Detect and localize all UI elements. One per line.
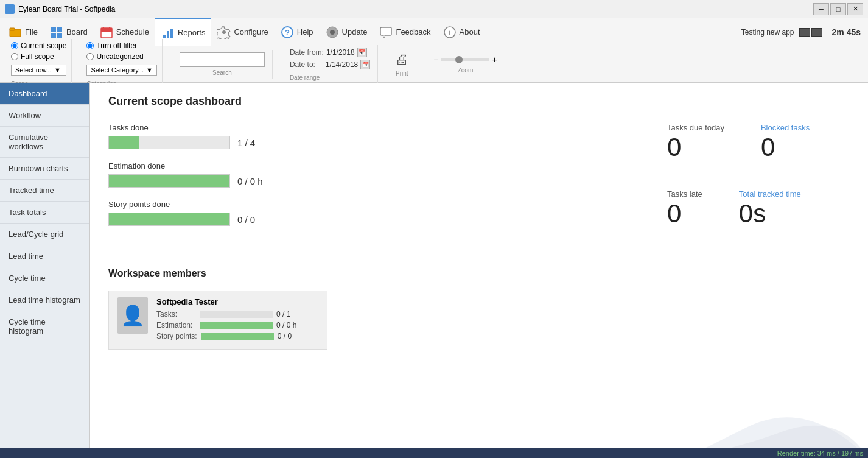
menu-configure-label: Configure — [234, 27, 268, 37]
main-layout: Dashboard Workflow Cumulative workflows … — [0, 83, 868, 458]
category-turn-off[interactable]: Turn off filter — [86, 41, 157, 50]
date-to-value: 1/14/2018 — [326, 60, 358, 69]
render-time: Render time: 34 ms / 197 ms — [777, 449, 863, 457]
scope-dropdown[interactable]: Select row... ▼ — [11, 65, 66, 76]
print-section[interactable]: 🖨 Print — [388, 49, 416, 79]
zoom-minus-icon[interactable]: − — [433, 55, 438, 65]
menu-feedback-label: Feedback — [396, 27, 430, 37]
member-card: 👤 Softpedia Tester Tasks: 0 / 1 Estimati… — [108, 291, 327, 350]
date-from-label: Date from: — [290, 48, 324, 57]
date-to-picker[interactable]: 📅 — [360, 60, 370, 69]
tasks-due-today-value: 0 — [667, 135, 724, 160]
category-dropdown-label: Select Category... — [91, 66, 144, 74]
sidebar-item-lead-cycle[interactable]: Lead/Cycle grid — [0, 224, 89, 245]
scope-current-radio[interactable] — [11, 42, 18, 49]
dashboard-title: Current scope dashboard — [108, 95, 850, 113]
member-name: Softpedia Tester — [156, 297, 318, 306]
chevron-down-icon2: ▼ — [146, 66, 153, 74]
update-icon — [326, 26, 339, 39]
menu-update-label: Update — [342, 27, 368, 37]
testing-stop-btn[interactable] — [811, 28, 822, 37]
sidebar-item-workflow[interactable]: Workflow — [0, 105, 89, 127]
story-points-row: 0 / 0 — [108, 213, 643, 226]
menu-reports[interactable]: Reports — [155, 18, 212, 46]
scope-dropdown-label: Select row... — [15, 66, 52, 74]
print-icon: 🖨 — [395, 52, 408, 68]
menu-update[interactable]: Update — [320, 18, 374, 46]
info-icon: i — [443, 26, 457, 39]
gear-icon — [217, 26, 231, 39]
stats-row-bottom: Tasks late 0 Total tracked time 0s — [667, 189, 850, 241]
estimation-done-row: 0 / 0 h — [108, 174, 643, 188]
menu-about-label: About — [460, 27, 480, 37]
sidebar-item-cycle-time[interactable]: Cycle time — [0, 267, 89, 289]
menu-feedback[interactable]: Feedback — [373, 18, 436, 46]
tasks-late-value: 0 — [667, 201, 702, 227]
zoom-section: − + Zoom — [426, 52, 504, 76]
maximize-button[interactable]: □ — [830, 3, 846, 15]
member-tasks-label: Tasks: — [156, 310, 196, 319]
search-input[interactable] — [180, 52, 265, 67]
svg-rect-12 — [170, 29, 173, 38]
scope-current-scope[interactable]: Current scope — [11, 41, 66, 50]
testing-pause-btn[interactable] — [799, 28, 810, 37]
category-uncategorized-radio[interactable] — [86, 53, 94, 60]
story-points-value: 0 / 0 — [237, 214, 255, 225]
sidebar-item-lead-time[interactable]: Lead time — [0, 245, 89, 267]
date-to-label: Date to: — [290, 60, 323, 69]
svg-rect-10 — [163, 35, 166, 38]
category-turn-off-radio[interactable] — [86, 42, 94, 49]
menu-configure[interactable]: Configure — [211, 18, 274, 46]
scope-full-scope[interactable]: Full scope — [11, 52, 66, 61]
toolbar: Current scope Full scope Select row... ▼… — [0, 46, 868, 83]
member-story-points-row: Story points: 0 / 0 — [156, 332, 318, 340]
chart-icon — [161, 26, 175, 40]
scope-full-radio[interactable] — [11, 53, 18, 60]
testing-area: Testing new app 2m 45s — [741, 27, 866, 37]
zoom-plus-icon[interactable]: + — [492, 55, 497, 65]
testing-controls[interactable] — [799, 28, 822, 37]
workspace-members-title: Workspace members — [108, 268, 850, 283]
dashboard-grid: Tasks done 1 / 4 Estimation done — [108, 123, 850, 256]
svg-rect-3 — [57, 27, 62, 32]
story-points-section: Story points done 0 / 0 — [108, 200, 643, 226]
scope-current-label: Current scope — [21, 41, 66, 50]
sidebar-item-dashboard[interactable]: Dashboard — [0, 83, 89, 105]
sidebar-item-lead-hist[interactable]: Lead time histogram — [0, 289, 89, 311]
svg-rect-2 — [51, 27, 56, 32]
menu-about[interactable]: i About — [437, 18, 486, 46]
sidebar-item-cycle-hist[interactable]: Cycle time histogram — [0, 311, 89, 342]
blocked-tasks-block: Blocked tasks 0 — [761, 123, 810, 160]
footer: Render time: 34 ms / 197 ms — [0, 448, 868, 458]
decorative-wave — [685, 336, 868, 458]
menu-help[interactable]: ? Help — [275, 18, 320, 46]
sidebar-item-tracked[interactable]: Tracked time — [0, 180, 89, 202]
categories-section: Turn off filter Uncategorized Select Cat… — [82, 39, 163, 90]
tasks-late-label: Tasks late — [667, 189, 702, 199]
sidebar-item-task-totals[interactable]: Task totals — [0, 202, 89, 224]
date-range-label: Date range — [290, 74, 370, 81]
sidebar-item-dashboard-label: Dashboard — [9, 89, 47, 98]
sidebar-item-cumulative[interactable]: Cumulative workflows — [0, 127, 89, 158]
tasks-due-today-label: Tasks due today — [667, 123, 724, 132]
total-tracked-block: Total tracked time 0s — [739, 189, 801, 227]
right-panel: Tasks due today 0 Blocked tasks 0 Tasks … — [667, 123, 850, 256]
sidebar-item-cycle-hist-label: Cycle time histogram — [9, 317, 46, 336]
story-points-label: Story points done — [108, 200, 643, 209]
category-uncategorized[interactable]: Uncategorized — [86, 52, 157, 61]
sidebar-item-burndown[interactable]: Burndown charts — [0, 158, 89, 180]
zoom-slider[interactable]: − + — [433, 55, 497, 65]
close-button[interactable]: ✕ — [847, 3, 863, 15]
zoom-thumb[interactable] — [455, 56, 463, 63]
zoom-track[interactable] — [441, 58, 489, 61]
date-from-picker[interactable]: 📅 — [357, 48, 367, 57]
menu-help-label: Help — [297, 27, 313, 37]
category-dropdown[interactable]: Select Category... ▼ — [86, 65, 157, 76]
left-panel: Tasks done 1 / 4 Estimation done — [108, 123, 643, 256]
sidebar: Dashboard Workflow Cumulative workflows … — [0, 83, 90, 458]
date-range-section: Date from: 1/1/2018 📅 Date to: 1/14/2018… — [282, 45, 378, 83]
member-info: Softpedia Tester Tasks: 0 / 1 Estimation… — [156, 297, 318, 343]
minimize-button[interactable]: ─ — [813, 3, 829, 15]
sidebar-item-workflow-label: Workflow — [9, 111, 41, 120]
total-tracked-value: 0s — [739, 201, 801, 227]
